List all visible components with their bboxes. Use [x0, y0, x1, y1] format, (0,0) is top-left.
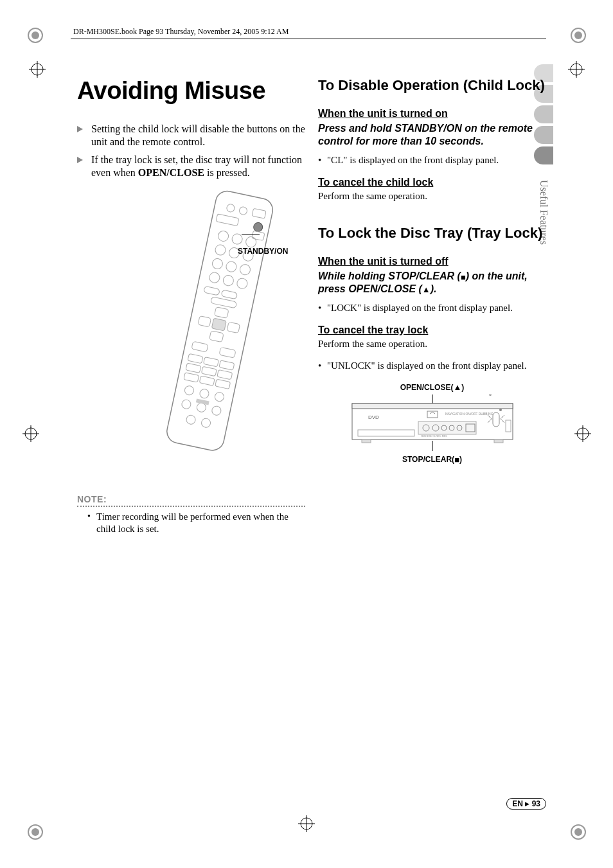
body-text: Perform the same operation. [318, 191, 546, 202]
svg-point-5 [31, 828, 39, 836]
body-bullet: "CL" is displayed on the front display p… [318, 154, 546, 166]
reg-mark-icon [26, 822, 45, 842]
svg-point-86 [489, 394, 492, 396]
body-bullet: "LOCK" is displayed on the front display… [318, 302, 546, 314]
reg-mark-icon [569, 822, 588, 842]
crop-mark-icon [29, 61, 46, 78]
section-heading: To Disable Operation (Child Lock) [318, 77, 546, 94]
remote-icon [154, 186, 283, 468]
header-rule [71, 39, 546, 39]
svg-text:DVD: DVD [368, 414, 379, 420]
crop-mark-icon [574, 425, 591, 442]
svg-point-3 [574, 31, 582, 39]
unit-callout-bottom: STOP/CLEAR(■) [318, 455, 546, 465]
section-heading: To Lock the Disc Tray (Tray Lock) [318, 225, 546, 242]
svg-point-1 [31, 31, 39, 39]
crop-mark-icon [298, 815, 315, 832]
svg-rect-72 [352, 403, 513, 409]
subheading: When the unit is turned off [318, 256, 546, 267]
svg-rect-89 [362, 439, 371, 443]
crop-mark-icon [568, 61, 585, 78]
remote-illustration: STANDBY/ON [77, 186, 305, 481]
header-crop-text: DR-MH300SE.book Page 93 Thursday, Novemb… [73, 27, 289, 37]
triangle-icon: ▶ [525, 801, 529, 807]
stop-icon: ■ [461, 272, 466, 282]
intro-bullet: If the tray lock is set, the disc tray w… [77, 154, 305, 179]
remote-callout-label: STANDBY/ON [238, 247, 288, 256]
subheading: To cancel the tray lock [318, 324, 546, 336]
intro-list: Setting the child lock will disable the … [77, 123, 305, 179]
unit-callout-top: OPEN/CLOSE(▲) [318, 382, 546, 392]
svg-rect-76 [418, 421, 476, 434]
note-divider [77, 506, 305, 507]
svg-rect-90 [494, 439, 503, 443]
page-number: EN ▶ 93 [506, 798, 546, 810]
unit-illustration: OPEN/CLOSE(▲) DVD NAVIGATION ON/OFF DUBB… [318, 382, 546, 485]
instruction-text: While holding STOP/CLEAR (■) on the unit… [318, 270, 546, 296]
svg-point-87 [499, 409, 502, 411]
intro-bullet: Setting the child lock will disable the … [77, 123, 305, 148]
dvd-unit-icon: DVD NAVIGATION ON/OFF DUBBING HDD [349, 394, 516, 452]
subheading: To cancel the child lock [318, 177, 546, 188]
page-title: Avoiding Misuse [77, 77, 305, 105]
note-item: Timer recording will be performed even w… [87, 511, 305, 535]
body-bullet: "UNLOCK" is displayed on the front displ… [318, 360, 546, 372]
stop-icon: ■ [454, 455, 459, 465]
svg-rect-49 [211, 318, 226, 331]
subheading: When the unit is turned on [318, 108, 546, 120]
note-label: NOTE: [77, 494, 305, 504]
instruction-text: Press and hold STANDBY/ON on the remote … [318, 122, 546, 148]
eject-icon: ▲ [422, 285, 431, 294]
svg-text:NAVIGATION   ON/OFF   DUBBING: NAVIGATION ON/OFF DUBBING [445, 412, 493, 416]
svg-point-7 [574, 828, 582, 836]
body-text: Perform the same operation. [318, 339, 546, 350]
eject-icon: ▲ [453, 382, 461, 392]
crop-mark-icon [22, 425, 39, 442]
reg-mark-icon [26, 26, 45, 45]
svg-text:HDD     DVD   S.REC   REC: HDD DVD S.REC REC [421, 434, 447, 438]
reg-mark-icon [569, 26, 588, 45]
